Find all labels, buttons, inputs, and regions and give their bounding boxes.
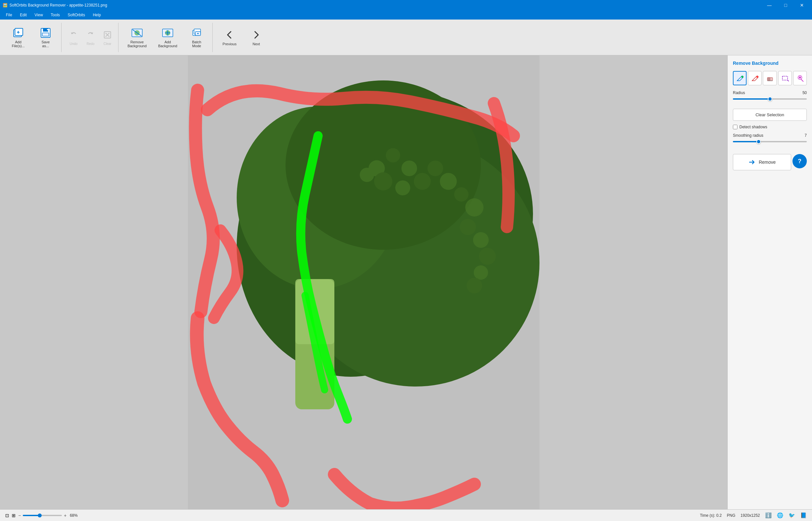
clear-icon xyxy=(101,29,113,41)
previous-icon xyxy=(224,29,235,41)
menu-edit[interactable]: Edit xyxy=(17,12,30,18)
redo-button[interactable]: Redo xyxy=(83,24,99,51)
remove-row: Remove ? xyxy=(733,154,807,170)
radius-slider-thumb[interactable] xyxy=(768,97,772,101)
menu-view[interactable]: View xyxy=(31,12,46,18)
undo-icon xyxy=(68,29,79,41)
status-right: Time (s): 0.2 PNG 1920x1252 ℹ️ 🌐 🐦 📘 xyxy=(700,512,807,518)
remove-background-button[interactable]: RemoveBackground xyxy=(122,24,152,51)
twitter-button[interactable]: 🐦 xyxy=(789,512,795,518)
svg-rect-52 xyxy=(782,76,788,80)
close-button[interactable]: ✕ xyxy=(794,0,809,10)
radius-slider-container xyxy=(733,96,807,102)
zoom-thumb[interactable] xyxy=(38,514,42,517)
minimize-button[interactable]: — xyxy=(762,0,777,10)
add-files-label: AddFile(s)... xyxy=(12,40,25,48)
detect-shadows-label[interactable]: Detect shadows xyxy=(739,125,767,129)
panel-title: Remove Background xyxy=(733,61,807,66)
maximize-button[interactable]: □ xyxy=(778,0,793,10)
web-button[interactable]: 🌐 xyxy=(777,512,783,518)
radius-slider-fill xyxy=(733,98,770,100)
actual-size-button[interactable]: ⊞ xyxy=(12,513,16,518)
smoothing-radius-label-row: Smoothing radius 7 xyxy=(733,133,807,138)
svg-point-35 xyxy=(395,180,410,196)
canvas-area[interactable] xyxy=(0,55,727,509)
svg-point-42 xyxy=(460,219,476,235)
time-display: Time (s): 0.2 xyxy=(700,513,722,518)
svg-point-33 xyxy=(401,161,417,176)
smoothing-slider-thumb[interactable] xyxy=(756,139,761,144)
svg-point-37 xyxy=(360,168,374,182)
svg-line-56 xyxy=(801,80,803,82)
keep-brush-button[interactable] xyxy=(733,71,746,85)
zoom-out-button[interactable]: − xyxy=(18,513,21,518)
svg-point-32 xyxy=(386,148,400,162)
radius-section: Radius 50 xyxy=(733,91,807,105)
menu-tools[interactable]: Tools xyxy=(48,12,63,18)
eraser-icon xyxy=(766,74,774,82)
next-label: Next xyxy=(253,42,260,46)
rect-select-icon xyxy=(781,74,789,82)
svg-rect-50 xyxy=(767,77,770,81)
status-bar: ⊡ ⊞ − + 68% Time (s): 0.2 PNG 1920x1252 … xyxy=(0,509,812,521)
remove-brush-button[interactable] xyxy=(748,71,762,85)
fit-view-button[interactable]: ⊡ xyxy=(5,513,9,518)
rect-select-button[interactable] xyxy=(778,71,792,85)
help-icon: ? xyxy=(798,158,802,165)
zoom-track xyxy=(23,515,62,516)
radius-label-row: Radius 50 xyxy=(733,91,807,95)
color-select-button[interactable] xyxy=(793,71,807,85)
save-as-button[interactable]: Saveas... xyxy=(32,24,59,51)
previous-button[interactable]: Previous xyxy=(216,24,242,51)
zoom-in-button[interactable]: + xyxy=(64,513,66,518)
app-icon: 🖼️ xyxy=(3,3,7,7)
detect-shadows-checkbox[interactable] xyxy=(733,125,738,129)
svg-point-45 xyxy=(474,265,488,280)
add-background-label: AddBackground xyxy=(158,40,178,48)
facebook-button[interactable]: 📘 xyxy=(800,512,807,518)
main-content: Remove Background xyxy=(0,55,812,509)
smoothing-radius-value: 7 xyxy=(805,133,807,138)
svg-point-44 xyxy=(479,248,496,265)
remove-brush-icon xyxy=(751,74,759,82)
format-display: PNG xyxy=(727,513,736,518)
info-button[interactable]: ℹ️ xyxy=(765,512,772,518)
undo-button[interactable]: Undo xyxy=(66,24,82,51)
smoothing-slider-track xyxy=(733,141,807,142)
svg-point-46 xyxy=(467,278,482,293)
menu-help[interactable]: Help xyxy=(90,12,104,18)
add-files-button[interactable]: AddFile(s)... xyxy=(5,24,31,51)
add-background-button[interactable]: AddBackground xyxy=(153,24,182,51)
redo-icon xyxy=(85,29,96,41)
menu-softorbits[interactable]: SoftOrbits xyxy=(65,12,88,18)
menu-file[interactable]: File xyxy=(3,12,15,18)
canvas-container xyxy=(0,55,727,509)
svg-point-38 xyxy=(427,161,443,176)
clear-selection-button[interactable]: Clear Selection xyxy=(733,109,807,121)
remove-background-label: RemoveBackground xyxy=(127,40,147,48)
detect-shadows-row: Detect shadows xyxy=(733,125,807,129)
right-panel: Remove Background xyxy=(727,55,812,509)
zoom-value: 68% xyxy=(70,513,77,518)
batch-mode-label: BatchMode xyxy=(192,40,201,48)
svg-point-34 xyxy=(414,173,431,190)
svg-point-47 xyxy=(741,76,743,78)
add-background-icon xyxy=(162,27,173,39)
help-button[interactable]: ? xyxy=(792,154,807,168)
batch-mode-icon xyxy=(191,27,203,39)
bg-tools-group: RemoveBackground AddBackground xyxy=(120,23,213,52)
clear-button[interactable]: Clear xyxy=(99,24,116,51)
title-controls: — □ ✕ xyxy=(762,0,809,10)
eraser-button[interactable] xyxy=(763,71,776,85)
undo-label: Undo xyxy=(70,42,77,46)
zoom-fill xyxy=(23,515,39,516)
title-text: SoftOrbits Background Remover - appetite… xyxy=(9,3,107,7)
remove-button[interactable]: Remove xyxy=(733,154,791,170)
batch-mode-button[interactable]: BatchMode xyxy=(184,24,210,51)
smoothing-radius-section: Smoothing radius 7 xyxy=(733,133,807,148)
next-button[interactable]: Next xyxy=(243,24,269,51)
clear-label: Clear xyxy=(103,42,111,46)
title-bar: 🖼️ SoftOrbits Background Remover - appet… xyxy=(0,0,812,10)
radius-slider-track xyxy=(733,98,807,100)
svg-point-40 xyxy=(454,187,468,202)
